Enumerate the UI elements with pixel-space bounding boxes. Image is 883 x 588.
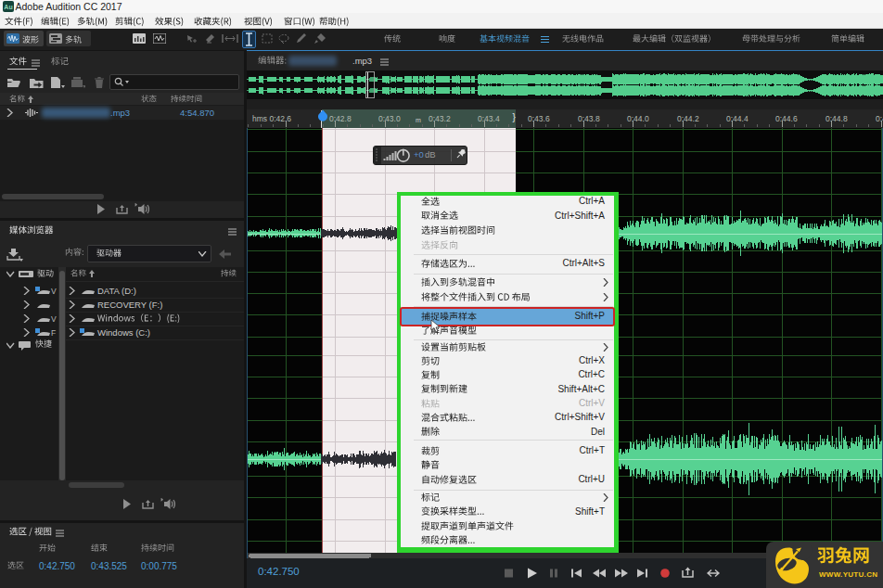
svg-text:Au: Au — [4, 4, 12, 10]
